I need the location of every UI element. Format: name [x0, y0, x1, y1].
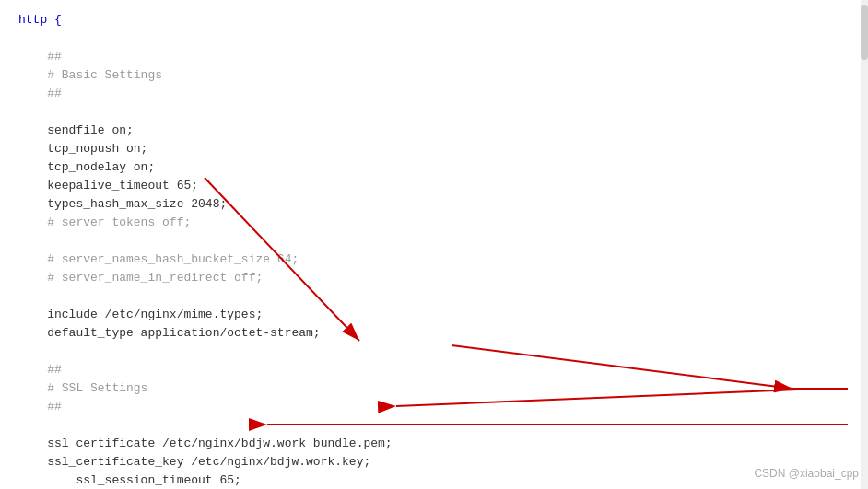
code-line-14: # server_names_hash_bucket_size 64;	[0, 250, 868, 269]
code-text: ssl_certificate_key /etc/nginx/bdjw.work…	[18, 453, 370, 472]
code-line-18: default_type application/octet-stream;	[0, 324, 868, 343]
code-line-26: ssl_session_timeout 65;	[0, 472, 868, 489]
code-text: # server_tokens off;	[18, 214, 191, 232]
code-text: types_hash_max_size 2048;	[18, 195, 227, 214]
code-text: tcp_nodelay on;	[18, 158, 155, 177]
code-text: ##	[18, 48, 62, 66]
code-line-17: include /etc/nginx/mime.types;	[0, 306, 868, 324]
code-text: ##	[18, 398, 62, 416]
code-line-24: ssl_certificate /etc/nginx/bdjw.work_bun…	[0, 435, 868, 453]
scrollbar-thumb[interactable]	[861, 5, 868, 60]
code-line-22: ##	[0, 398, 868, 416]
code-line-7: sendfile on;	[0, 122, 868, 140]
code-line-blank4	[0, 287, 868, 306]
code-line-21: # SSL Settings	[0, 379, 868, 398]
code-text: ##	[18, 361, 62, 379]
code-text: # server_name_in_redirect off;	[18, 269, 263, 287]
watermark-text: CSDN @xiaobai_cpp	[754, 467, 859, 480]
code-line-3: ##	[0, 48, 868, 66]
code-text: sendfile on;	[18, 122, 134, 140]
code-line-11: types_hash_max_size 2048;	[0, 195, 868, 214]
code-line-blank3	[0, 232, 868, 250]
code-line-blank5	[0, 343, 868, 361]
code-text: default_type application/octet-stream;	[18, 324, 321, 343]
code-text: include /etc/nginx/mime.types;	[18, 306, 263, 324]
code-text: ##	[18, 85, 62, 103]
code-line-blank2	[0, 103, 868, 122]
code-line-5: ##	[0, 85, 868, 103]
code-line-8: tcp_nopush on;	[0, 140, 868, 158]
scrollbar[interactable]	[861, 0, 868, 489]
code-text: keepalive_timeout 65;	[18, 177, 198, 195]
code-line-10: keepalive_timeout 65;	[0, 177, 868, 195]
code-text: http {	[18, 11, 62, 29]
code-text: ssl_certificate /etc/nginx/bdjw.work_bun…	[18, 435, 393, 453]
code-line-9: tcp_nodelay on;	[0, 158, 868, 177]
code-text: ssl_session_timeout 65;	[18, 472, 241, 489]
code-line-25: ssl_certificate_key /etc/nginx/bdjw.work…	[0, 453, 868, 472]
code-container: http { ## # Basic Settings ## sendfile o…	[0, 0, 868, 489]
code-text: tcp_nopush on;	[18, 140, 147, 158]
code-text: # server_names_hash_bucket_size 64;	[18, 250, 299, 269]
code-line-12: # server_tokens off;	[0, 214, 868, 232]
code-line-20: ##	[0, 361, 868, 379]
watermark: CSDN @xiaobai_cpp	[754, 467, 859, 480]
code-text: # SSL Settings	[18, 379, 147, 398]
code-line-blank6	[0, 416, 868, 435]
code-line-15: # server_name_in_redirect off;	[0, 269, 868, 287]
code-line-blank	[0, 29, 868, 48]
code-text: # Basic Settings	[18, 66, 162, 85]
code-line-4: # Basic Settings	[0, 66, 868, 85]
code-line-1: http {	[0, 11, 868, 29]
